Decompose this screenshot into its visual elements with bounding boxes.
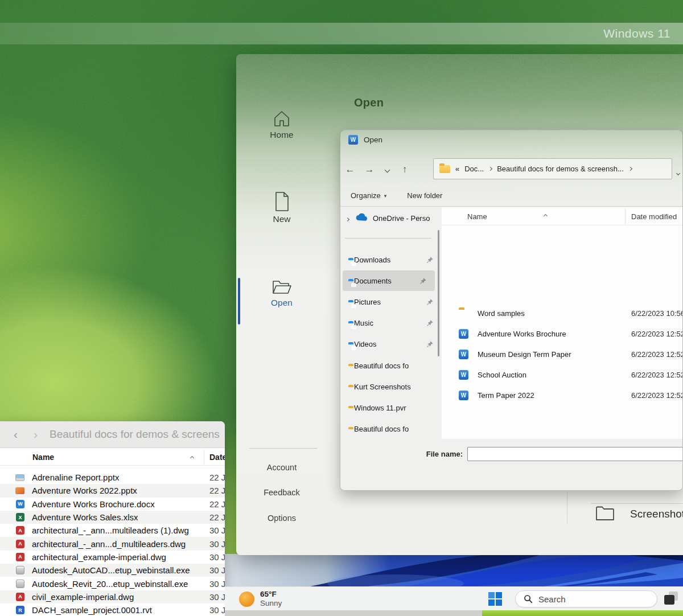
file-name: Word samples (478, 309, 525, 318)
file-name-label: File name: (340, 450, 463, 458)
breadcrumb-current-folder[interactable]: Beautiful docs for demos & screensh... (497, 165, 624, 173)
tree-item-music[interactable]: Music (340, 313, 442, 333)
start-button[interactable] (488, 592, 502, 606)
column-divider[interactable] (204, 450, 204, 465)
file-row-word-samples[interactable]: Word samples 6/22/2023 10:56 (442, 303, 683, 324)
up-button[interactable]: ↑ (395, 164, 414, 175)
column-header-name[interactable]: Name (467, 212, 487, 221)
explorer-file-list: Adrenaline Report.pptx 22 J Adventure Wo… (0, 471, 225, 616)
file-date: 6/22/2023 12:52 (631, 371, 683, 379)
tree-item-beautiful-docs[interactable]: Beautiful docs fo (340, 355, 442, 376)
file-row-adventure-works-brochure[interactable]: Adventure Works Brochure 6/22/2023 12:52 (442, 324, 683, 344)
file-row-term-paper-2022[interactable]: Term Paper 2022 6/22/2023 12:52 (442, 385, 683, 406)
caret-down-icon: ▾ (384, 193, 387, 199)
tree-item-beautiful-docs-2[interactable]: Beautiful docs fo (340, 418, 442, 439)
explorer-column-header: Name Date (0, 448, 225, 466)
forward-button[interactable]: › (34, 428, 38, 441)
sidebar-item-feedback[interactable]: Feedback (236, 488, 327, 497)
file-date: 30 J (209, 552, 225, 562)
sidebar-item-label: Options (268, 514, 296, 523)
file-name-input[interactable] (467, 447, 683, 461)
tree-item-pictures[interactable]: Pictures (340, 291, 442, 312)
back-button[interactable]: ‹ (14, 428, 18, 441)
file-date: 22 J (209, 486, 225, 495)
open-dialog: W Open ← → ↑ « Doc... Beautiful docs for… (340, 130, 683, 491)
tree-item-label: Beautiful docs fo (354, 425, 409, 433)
breadcrumb-documents[interactable]: Doc... (464, 165, 484, 173)
tree-item-documents[interactable]: Documents (343, 270, 435, 291)
recent-locations-chevron[interactable] (379, 166, 395, 174)
file-date: 30 J (209, 539, 225, 549)
taskbar-search[interactable]: Search (515, 590, 657, 607)
tree-scrollbar[interactable] (438, 230, 439, 356)
dialog-toolbar: Organize ▾ New folder (340, 185, 682, 207)
tree-item-onedrive[interactable]: OneDrive - Perso (340, 208, 442, 228)
sort-ascending-icon (544, 211, 547, 219)
sidebar-item-account[interactable]: Account (236, 463, 327, 472)
sidebar-item-label: Feedback (264, 488, 300, 497)
bloom-graphic (225, 554, 683, 586)
table-row[interactable]: architectural_-_ann...multileaders (1).d… (0, 524, 225, 537)
breadcrumb-separator-icon (628, 167, 632, 171)
table-row[interactable]: architectural_example-imperial.dwg 30 J (0, 551, 225, 564)
image-thumbnail-icon (15, 474, 24, 481)
file-date: 30 J (209, 605, 225, 615)
forward-button[interactable]: → (360, 164, 379, 175)
tree-item-windows-11-pvr[interactable]: Windows 11.pvr (340, 397, 442, 418)
excel-document-icon (16, 513, 24, 521)
tree-divider (345, 238, 431, 239)
tree-item-videos[interactable]: Videos (340, 334, 442, 354)
screenshots-folder-tile[interactable]: Screenshots (595, 504, 683, 524)
sidebar-divider (249, 448, 317, 449)
weather-widget[interactable]: 65°F Sunny (239, 590, 282, 608)
column-header-date[interactable]: Date (209, 453, 225, 462)
organize-menu[interactable]: Organize ▾ (351, 191, 386, 200)
sidebar-item-open[interactable]: Open (236, 278, 327, 308)
back-button[interactable]: ← (340, 164, 360, 175)
table-row[interactable]: Autodesk_Revit_20...etup_webinstall.exe … (0, 577, 225, 590)
dialog-titlebar[interactable]: W Open (340, 130, 682, 149)
column-header-name[interactable]: Name (32, 453, 54, 462)
dwg-file-icon (16, 540, 24, 548)
table-row[interactable]: Adventure Works Sales.xlsx 22 J (0, 511, 225, 524)
new-folder-button[interactable]: New folder (407, 191, 442, 200)
file-name: DACH_sample_project.0001.rvt (32, 605, 152, 615)
expand-chevron-icon[interactable] (346, 214, 349, 223)
tree-item-label: Videos (354, 340, 377, 348)
file-name: Autodesk_AutoCAD...etup_webinstall.exe (32, 565, 190, 575)
table-row[interactable]: Adventure Works 2022.pptx 22 J (0, 484, 225, 497)
table-row[interactable]: civil_example-imperial.dwg 30 J (0, 590, 225, 603)
file-date: 6/22/2023 12:52 (631, 391, 683, 400)
word-document-icon (459, 391, 468, 400)
column-header-date-modified[interactable]: Date modified (631, 212, 677, 221)
weather-temperature: 65°F (260, 590, 282, 599)
file-date: 30 J (209, 592, 225, 602)
new-document-icon (273, 191, 290, 214)
table-row[interactable]: Autodesk_AutoCAD...etup_webinstall.exe 3… (0, 564, 225, 577)
tree-item-kurt-screenshots[interactable]: Kurt Screenshots (340, 376, 442, 397)
file-row-museum-design-term-paper[interactable]: Museum Design Term Paper 6/22/2023 12:52 (442, 344, 683, 365)
tree-item-downloads[interactable]: Downloads (340, 249, 442, 270)
file-date: 22 J (209, 512, 225, 522)
installer-box-icon (16, 580, 24, 588)
widgets-stack-icon[interactable] (662, 590, 680, 607)
table-row[interactable]: architectural_-_ann...d_multileaders.dwg… (0, 537, 225, 550)
explorer-title: Beautiful docs for demos & screens (50, 428, 220, 441)
dwg-file-icon (16, 526, 24, 535)
table-row[interactable]: DACH_sample_project.0001.rvt 30 J (0, 603, 225, 616)
sidebar-item-options[interactable]: Options (236, 514, 327, 523)
breadcrumb-overflow[interactable]: « (455, 165, 459, 173)
sidebar-item-new[interactable]: New (236, 191, 327, 224)
table-row[interactable]: Adrenaline Report.pptx 22 J (0, 471, 225, 484)
address-dropdown-chevron[interactable] (677, 167, 680, 177)
word-document-icon (459, 370, 468, 380)
sidebar-item-home[interactable]: Home (236, 109, 327, 140)
table-row[interactable]: Adventure Works Brochure.docx 22 J (0, 498, 225, 511)
explorer-titlebar[interactable]: ‹ › Beautiful docs for demos & screens (0, 421, 225, 448)
file-row-school-auction[interactable]: School Auction 6/22/2023 12:52 (442, 365, 683, 385)
address-bar[interactable]: « Doc... Beautiful docs for demos & scre… (433, 158, 672, 179)
windows-logo-icon (488, 592, 495, 598)
file-name: Adventure Works Brochure (478, 330, 566, 338)
column-divider[interactable] (625, 208, 626, 224)
tree-item-label: Windows 11.pvr (354, 404, 406, 412)
